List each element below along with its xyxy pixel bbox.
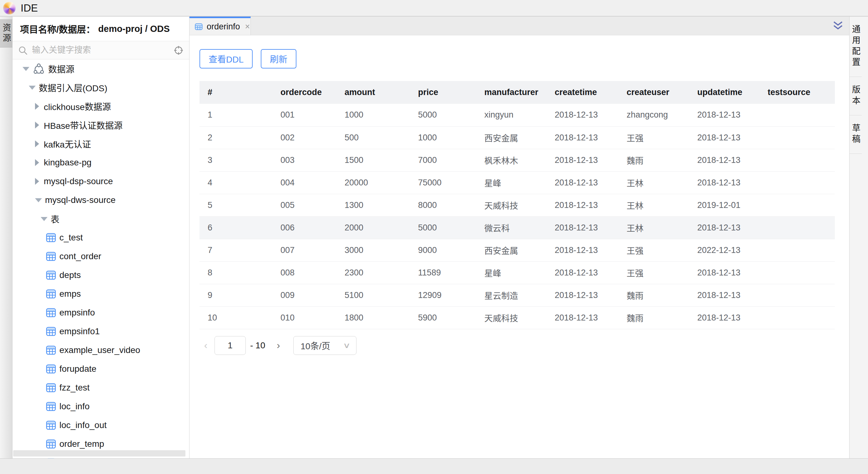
pagination: ‹ - 10 › 10条/页 ∨	[199, 336, 841, 355]
tree-collapsed-arrow-icon[interactable]	[35, 140, 41, 147]
tree-item-table[interactable]: loc_info	[12, 397, 189, 416]
tree-item-table[interactable]: depts	[12, 266, 189, 285]
tree-item-label: empsinfo1	[59, 326, 100, 337]
tree-expanded-arrow-icon[interactable]	[23, 67, 29, 71]
table-cell: 魏雨	[625, 284, 695, 307]
tree-item[interactable]: clickhouse数据源	[12, 97, 189, 116]
table-cell	[766, 307, 835, 329]
table-cell: 星峰	[483, 261, 553, 284]
tree-item[interactable]: kingbase-pg	[12, 153, 189, 172]
column-header: createtime	[553, 81, 625, 104]
table-icon	[45, 382, 56, 393]
tree-item-label: forupdate	[59, 364, 96, 374]
project-header: 项目名称/数据层： demo-proj / ODS	[12, 17, 189, 41]
table-cell: 星峰	[483, 171, 553, 194]
tree-item[interactable]: mysql-dws-source	[12, 191, 189, 210]
table-preview-content: 查看DDL 刷新 #ordercodeamountpricemanufactur…	[189, 35, 849, 459]
table-cell: 2018-12-13	[553, 307, 625, 329]
chevron-down-icon: ∨	[343, 341, 350, 350]
table-cell: 2018-12-13	[553, 284, 625, 307]
collapse-panel-button[interactable]	[832, 20, 844, 32]
tree-item-table[interactable]: fzz_test	[12, 378, 189, 397]
tree-horizontal-scrollbar[interactable]	[13, 450, 185, 456]
tree-item-table[interactable]: c_test	[12, 228, 189, 247]
table-cell: 12909	[416, 284, 483, 307]
rail-tab-draft[interactable]: 草稿	[849, 115, 862, 154]
table-cell: 005	[279, 194, 343, 216]
table-cell: 王林	[625, 194, 695, 216]
tree-item[interactable]: kafka无认证	[12, 134, 189, 153]
app-title: IDE	[21, 2, 38, 14]
table-cell: 王强	[625, 239, 695, 261]
tree-item-table[interactable]: emps	[12, 285, 189, 303]
locate-crosshair-icon[interactable]	[174, 45, 184, 55]
tab-close-icon[interactable]: ×	[245, 23, 250, 31]
tree-item[interactable]: 数据引入层(ODS)	[12, 78, 189, 97]
table-cell: 008	[279, 261, 343, 284]
table-cell: 010	[279, 307, 343, 329]
left-rail: 资源	[0, 17, 12, 459]
rail-tab-version[interactable]: 版本	[849, 77, 862, 115]
pagination-next-icon[interactable]: ›	[272, 340, 284, 351]
tree-expanded-arrow-icon[interactable]	[41, 217, 48, 221]
table-cell	[766, 104, 835, 126]
table-cell: 9000	[416, 239, 483, 261]
double-chevron-down-icon	[832, 21, 844, 31]
table-cell: 009	[279, 284, 343, 307]
tree-item-label: loc_info	[59, 402, 90, 411]
table-cell: 2018-12-13	[553, 216, 625, 239]
tree-item-table[interactable]: empsinfo1	[12, 322, 189, 341]
tree-item-table[interactable]: loc_info_out	[12, 416, 189, 435]
pagination-prev-icon[interactable]: ‹	[199, 340, 212, 351]
table-icon	[45, 457, 56, 459]
tree-item-table[interactable]: empsinfo	[12, 303, 189, 322]
table-cell: 2018-12-13	[553, 104, 625, 126]
table-cell: 3000	[343, 239, 416, 261]
table-cell: 2018-12-13	[553, 149, 625, 171]
table-cell: 魏雨	[625, 307, 695, 329]
tree-collapsed-arrow-icon[interactable]	[35, 103, 41, 110]
sidebar-tab-resources[interactable]: 资源	[0, 20, 12, 48]
tree-collapsed-arrow-icon[interactable]	[35, 122, 41, 128]
tree-collapsed-arrow-icon[interactable]	[35, 178, 41, 185]
rail-tab-general-config[interactable]: 通用配置	[849, 17, 862, 77]
table-icon	[45, 345, 56, 355]
table-cell: 微云科	[483, 216, 553, 239]
tree-expanded-arrow-icon[interactable]	[29, 86, 36, 90]
page-size-select[interactable]: 10条/页 ∨	[293, 336, 356, 355]
table-icon	[45, 401, 56, 412]
table-cell: 003	[279, 149, 343, 171]
tree-item[interactable]: 数据源	[12, 59, 189, 78]
tab-orderinfo[interactable]: orderinfo ×	[189, 17, 251, 35]
tree-item-table[interactable]: forupdate	[12, 359, 189, 378]
table-icon	[45, 232, 56, 243]
pagination-page-input[interactable]	[215, 336, 246, 355]
view-ddl-button[interactable]: 查看DDL	[199, 49, 253, 68]
refresh-button[interactable]: 刷新	[261, 49, 297, 68]
tree-item-table[interactable]: cont_order	[12, 247, 189, 266]
table-row: 300315007000枫禾林木2018-12-13魏雨2018-12-13	[199, 149, 835, 171]
table-cell: 3	[199, 149, 279, 171]
search-input[interactable]	[32, 45, 169, 55]
tree-item[interactable]: HBase带认证数据源	[12, 116, 189, 134]
tree-search-bar	[12, 41, 189, 59]
tree-item[interactable]: mysql-dsp-source	[12, 172, 189, 191]
table-cell: 西安金属	[483, 126, 553, 149]
tree-item-label: HBase带认证数据源	[44, 119, 123, 131]
page-size-value: 10条/页	[301, 339, 330, 352]
table-cell: 2018-12-13	[553, 261, 625, 284]
table-cell: 5000	[416, 104, 483, 126]
table-cell: 1	[199, 104, 279, 126]
table-cell: 2000	[343, 216, 416, 239]
table-row: 40042000075000星峰2018-12-13王林2018-12-13	[199, 171, 835, 194]
tree-item[interactable]: 表	[12, 210, 189, 228]
tree-collapsed-arrow-icon[interactable]	[35, 159, 41, 166]
table-cell: xingyun	[483, 104, 553, 126]
tree-expanded-arrow-icon[interactable]	[35, 198, 42, 202]
tree-item-label: kingbase-pg	[44, 158, 92, 167]
table-cell: 20000	[343, 171, 416, 194]
table-cell: 7000	[416, 149, 483, 171]
table-cell: 8	[199, 261, 279, 284]
table-row: 1001018005900天威科技2018-12-13魏雨2018-12-13	[199, 307, 835, 329]
tree-item-table[interactable]: example_user_video	[12, 341, 189, 359]
